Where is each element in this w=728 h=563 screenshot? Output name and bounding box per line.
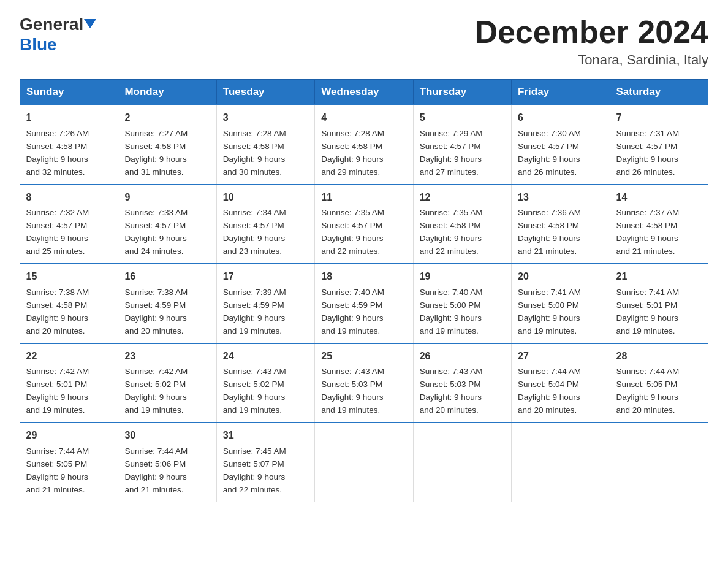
cell-daylight: Daylight: 9 hours bbox=[321, 313, 383, 323]
cell-daylight: Daylight: 9 hours bbox=[420, 234, 482, 243]
cell-sunset: Sunset: 5:03 PM bbox=[420, 380, 481, 389]
cell-sunrise: Sunrise: 7:44 AM bbox=[26, 446, 89, 456]
cell-daylight: Daylight: 9 hours bbox=[223, 393, 285, 402]
cell-daylight-min: and 19 minutes. bbox=[124, 405, 183, 415]
logo-arrow-icon bbox=[84, 19, 96, 28]
calendar-cell: 29Sunrise: 7:44 AMSunset: 5:05 PMDayligh… bbox=[20, 423, 118, 501]
cell-sunset: Sunset: 5:04 PM bbox=[518, 380, 579, 389]
cell-daylight: Daylight: 9 hours bbox=[616, 313, 678, 323]
calendar-cell: 13Sunrise: 7:36 AMSunset: 4:58 PMDayligh… bbox=[512, 185, 610, 264]
cell-daylight-min: and 19 minutes. bbox=[321, 405, 380, 415]
logo-general-text: General bbox=[20, 15, 83, 34]
cell-sunset: Sunset: 4:58 PM bbox=[26, 142, 88, 151]
calendar-week-row: 29Sunrise: 7:44 AMSunset: 5:05 PMDayligh… bbox=[20, 423, 708, 501]
cell-daylight-min: and 21 minutes. bbox=[124, 485, 183, 494]
cell-daylight: Daylight: 9 hours bbox=[26, 472, 88, 481]
cell-sunrise: Sunrise: 7:42 AM bbox=[124, 367, 188, 376]
cell-sunrise: Sunrise: 7:38 AM bbox=[26, 288, 89, 297]
page-header: General Blue December 2024 Tonara, Sardi… bbox=[20, 15, 708, 68]
cell-daylight: Daylight: 9 hours bbox=[616, 155, 678, 164]
cell-daylight-min: and 19 minutes. bbox=[518, 326, 577, 335]
calendar-cell: 7Sunrise: 7:31 AMSunset: 4:57 PMDaylight… bbox=[610, 105, 708, 184]
calendar-cell: 24Sunrise: 7:43 AMSunset: 5:02 PMDayligh… bbox=[216, 343, 314, 423]
calendar-cell: 27Sunrise: 7:44 AMSunset: 5:04 PMDayligh… bbox=[512, 343, 610, 423]
cell-sunrise: Sunrise: 7:37 AM bbox=[616, 208, 680, 217]
cell-sunrise: Sunrise: 7:35 AM bbox=[321, 208, 384, 217]
cell-daylight: Daylight: 9 hours bbox=[124, 393, 186, 402]
cell-daylight: Daylight: 9 hours bbox=[321, 393, 383, 402]
cell-sunrise: Sunrise: 7:32 AM bbox=[26, 208, 89, 217]
day-number: 8 bbox=[26, 190, 112, 205]
day-number: 5 bbox=[420, 110, 505, 126]
calendar-cell: 20Sunrise: 7:41 AMSunset: 5:00 PMDayligh… bbox=[512, 264, 610, 343]
calendar-cell: 8Sunrise: 7:32 AMSunset: 4:57 PMDaylight… bbox=[20, 185, 118, 264]
cell-sunrise: Sunrise: 7:41 AM bbox=[518, 288, 581, 297]
calendar-cell: 25Sunrise: 7:43 AMSunset: 5:03 PMDayligh… bbox=[315, 343, 413, 423]
cell-sunset: Sunset: 5:01 PM bbox=[616, 301, 678, 310]
cell-sunrise: Sunrise: 7:26 AM bbox=[26, 129, 89, 138]
cell-daylight: Daylight: 9 hours bbox=[223, 472, 285, 481]
cell-sunset: Sunset: 5:02 PM bbox=[124, 380, 186, 389]
calendar-cell: 3Sunrise: 7:28 AMSunset: 4:58 PMDaylight… bbox=[216, 105, 314, 184]
day-number: 6 bbox=[518, 110, 603, 126]
cell-daylight: Daylight: 9 hours bbox=[124, 234, 186, 243]
calendar-week-row: 8Sunrise: 7:32 AMSunset: 4:57 PMDaylight… bbox=[20, 185, 708, 264]
cell-sunset: Sunset: 5:00 PM bbox=[518, 301, 579, 310]
day-number: 12 bbox=[420, 190, 505, 205]
day-number: 15 bbox=[26, 269, 112, 285]
day-number: 23 bbox=[124, 349, 210, 364]
calendar-cell: 21Sunrise: 7:41 AMSunset: 5:01 PMDayligh… bbox=[610, 264, 708, 343]
cell-daylight-min: and 27 minutes. bbox=[420, 167, 479, 177]
cell-daylight-min: and 20 minutes. bbox=[420, 405, 479, 415]
calendar-cell: 28Sunrise: 7:44 AMSunset: 5:05 PMDayligh… bbox=[610, 343, 708, 423]
day-number: 9 bbox=[124, 190, 210, 205]
calendar-cell: 26Sunrise: 7:43 AMSunset: 5:03 PMDayligh… bbox=[413, 343, 511, 423]
cell-sunset: Sunset: 5:03 PM bbox=[321, 380, 382, 389]
weekday-header-thursday: Thursday bbox=[413, 80, 511, 105]
calendar-cell: 10Sunrise: 7:34 AMSunset: 4:57 PMDayligh… bbox=[216, 185, 314, 264]
cell-daylight: Daylight: 9 hours bbox=[518, 234, 580, 243]
day-number: 30 bbox=[124, 428, 210, 443]
calendar-cell: 15Sunrise: 7:38 AMSunset: 4:58 PMDayligh… bbox=[20, 264, 118, 343]
cell-daylight: Daylight: 9 hours bbox=[26, 313, 88, 323]
day-number: 13 bbox=[518, 190, 603, 205]
weekday-header-monday: Monday bbox=[118, 80, 216, 105]
day-number: 20 bbox=[518, 269, 603, 285]
cell-daylight: Daylight: 9 hours bbox=[26, 393, 88, 402]
cell-daylight-min: and 19 minutes. bbox=[223, 405, 282, 415]
cell-daylight-min: and 20 minutes. bbox=[616, 405, 675, 415]
calendar-cell: 4Sunrise: 7:28 AMSunset: 4:58 PMDaylight… bbox=[315, 105, 413, 184]
calendar-cell: 30Sunrise: 7:44 AMSunset: 5:06 PMDayligh… bbox=[118, 423, 216, 501]
day-number: 21 bbox=[616, 269, 702, 285]
day-number: 10 bbox=[223, 190, 308, 205]
day-number: 28 bbox=[616, 349, 702, 364]
calendar-cell: 18Sunrise: 7:40 AMSunset: 4:59 PMDayligh… bbox=[315, 264, 413, 343]
calendar-week-row: 15Sunrise: 7:38 AMSunset: 4:58 PMDayligh… bbox=[20, 264, 708, 343]
logo: General Blue bbox=[20, 15, 96, 55]
calendar-cell: 1Sunrise: 7:26 AMSunset: 4:58 PMDaylight… bbox=[20, 105, 118, 184]
cell-daylight-min: and 26 minutes. bbox=[518, 167, 577, 177]
cell-daylight: Daylight: 9 hours bbox=[420, 393, 482, 402]
day-number: 19 bbox=[420, 269, 505, 285]
day-number: 3 bbox=[223, 110, 308, 126]
calendar-cell: 9Sunrise: 7:33 AMSunset: 4:57 PMDaylight… bbox=[118, 185, 216, 264]
day-number: 16 bbox=[124, 269, 210, 285]
calendar-cell: 5Sunrise: 7:29 AMSunset: 4:57 PMDaylight… bbox=[413, 105, 511, 184]
calendar-cell bbox=[315, 423, 413, 501]
cell-sunset: Sunset: 5:06 PM bbox=[124, 459, 186, 469]
cell-daylight-min: and 21 minutes. bbox=[616, 247, 675, 256]
calendar-cell: 22Sunrise: 7:42 AMSunset: 5:01 PMDayligh… bbox=[20, 343, 118, 423]
cell-daylight-min: and 20 minutes. bbox=[26, 326, 85, 335]
day-number: 25 bbox=[321, 349, 406, 364]
cell-sunrise: Sunrise: 7:28 AM bbox=[223, 129, 286, 138]
day-number: 11 bbox=[321, 190, 406, 205]
calendar-cell: 23Sunrise: 7:42 AMSunset: 5:02 PMDayligh… bbox=[118, 343, 216, 423]
cell-sunset: Sunset: 4:58 PM bbox=[616, 221, 678, 230]
cell-sunrise: Sunrise: 7:42 AM bbox=[26, 367, 89, 376]
cell-sunrise: Sunrise: 7:44 AM bbox=[616, 367, 680, 376]
cell-daylight-min: and 19 minutes. bbox=[420, 326, 479, 335]
cell-daylight-min: and 31 minutes. bbox=[124, 167, 183, 177]
cell-sunset: Sunset: 5:05 PM bbox=[26, 459, 88, 469]
cell-daylight: Daylight: 9 hours bbox=[518, 313, 580, 323]
cell-daylight: Daylight: 9 hours bbox=[616, 234, 678, 243]
